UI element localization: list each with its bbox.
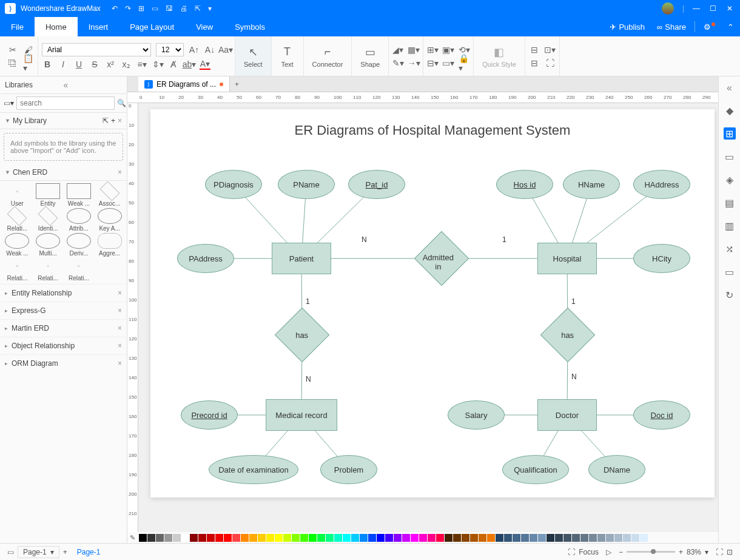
page-props-icon[interactable]: ▤ <box>724 197 736 209</box>
history-icon[interactable]: ↻ <box>724 289 736 301</box>
color-swatch[interactable] <box>631 534 639 542</box>
open-icon[interactable]: ▭ <box>152 4 158 13</box>
category-item[interactable]: ▸Express-G× <box>0 302 127 319</box>
lock-icon[interactable]: 🔒▾ <box>459 58 469 69</box>
play-icon[interactable]: ▷ <box>606 548 611 556</box>
maximize-button[interactable]: ☐ <box>710 4 718 13</box>
color-swatch[interactable] <box>283 534 291 542</box>
add-tab-button[interactable]: + <box>230 80 244 89</box>
color-swatch[interactable] <box>351 534 359 542</box>
attribute[interactable]: PName <box>278 170 335 199</box>
attribute[interactable]: DName <box>588 455 645 484</box>
underline-icon[interactable]: U <box>73 59 84 70</box>
shape-item[interactable]: Multi... <box>33 233 63 257</box>
print-icon[interactable]: 🖨 <box>180 4 187 13</box>
font-select[interactable]: Arial <box>42 43 151 56</box>
attribute[interactable]: Hos id <box>496 170 553 199</box>
color-swatch[interactable] <box>156 534 164 542</box>
shape-item[interactable]: Attrib... <box>64 208 94 232</box>
tab-file[interactable]: File <box>0 17 35 36</box>
color-swatch[interactable] <box>368 534 376 542</box>
color-swatch[interactable] <box>445 534 452 542</box>
color-swatch[interactable] <box>266 534 274 542</box>
grid-icon[interactable]: ⊞ <box>724 127 736 140</box>
shuffle-icon[interactable]: ⤮ <box>724 243 736 255</box>
search-input[interactable] <box>16 96 115 110</box>
shape-item[interactable]: ○Relati... <box>2 258 32 282</box>
shape-item[interactable]: Weak ... <box>2 233 32 257</box>
color-swatch[interactable] <box>504 534 512 542</box>
attribute[interactable]: PAddress <box>177 244 234 273</box>
bullets-icon[interactable]: ≡▾ <box>136 59 147 70</box>
copy-icon[interactable]: ⿻ <box>7 58 18 69</box>
attribute[interactable]: HAddress <box>633 170 690 199</box>
superscript-icon[interactable]: x² <box>105 59 116 70</box>
color-swatch[interactable] <box>300 534 308 542</box>
category-item[interactable]: ▸ORM Diagram× <box>0 354 127 372</box>
export-icon[interactable]: ⇱ <box>195 4 201 13</box>
color-swatch[interactable] <box>309 534 317 542</box>
arrow-icon[interactable]: →▾ <box>408 58 419 69</box>
category-item[interactable]: ▸Entity Relationship× <box>0 284 127 302</box>
tab-symbols[interactable]: Symbols <box>224 17 276 36</box>
highlight-icon[interactable]: ab▾ <box>184 59 195 70</box>
color-swatch[interactable] <box>292 534 300 542</box>
zoom-out-button[interactable]: − <box>619 548 623 556</box>
color-swatch[interactable] <box>207 534 215 542</box>
user-avatar[interactable] <box>662 2 674 15</box>
entity-medrec[interactable]: Medical record <box>266 399 337 431</box>
cut-icon[interactable]: ✂ <box>7 44 18 55</box>
color-swatch[interactable] <box>394 534 402 542</box>
color-swatch[interactable] <box>479 534 486 542</box>
line-icon[interactable]: ✎▾ <box>392 58 403 69</box>
publish-button[interactable]: ✈Publish <box>604 22 651 32</box>
more-icon[interactable]: ▾ <box>208 4 212 13</box>
page-select[interactable]: Page-1 <box>23 548 47 556</box>
color-swatch[interactable] <box>232 534 240 542</box>
shape-item[interactable]: Identi... <box>33 208 63 232</box>
group-icon[interactable]: ▣▾ <box>443 44 454 55</box>
size-select[interactable]: 12 <box>156 43 184 56</box>
outline-icon[interactable]: ▭ <box>7 548 14 556</box>
search-icon[interactable]: 🔍 <box>117 99 126 107</box>
color-swatch[interactable] <box>173 534 181 542</box>
undo-icon[interactable]: ↶ <box>112 4 118 13</box>
relationship-has2[interactable]: has <box>540 308 596 363</box>
page-tab[interactable]: Page-1 <box>71 548 107 556</box>
collapse-sidebar-icon[interactable]: « <box>64 80 123 90</box>
color-swatch[interactable] <box>181 534 189 542</box>
color-swatch[interactable] <box>597 534 605 542</box>
color-swatch[interactable] <box>326 534 334 542</box>
entity-doctor[interactable]: Doctor <box>537 399 597 431</box>
color-swatch[interactable] <box>147 534 155 542</box>
attribute[interactable]: Doc id <box>633 400 690 430</box>
crop-icon[interactable]: ⊡▾ <box>545 44 556 55</box>
color-swatch[interactable] <box>640 534 648 542</box>
attribute[interactable]: Date of examination <box>209 455 298 484</box>
clear-format-icon[interactable]: A̸ <box>168 59 179 70</box>
share-button[interactable]: ∞Share <box>651 22 692 32</box>
category-item[interactable]: ▸Martin ERD× <box>0 319 127 337</box>
color-swatch[interactable] <box>589 534 597 542</box>
zoom-slider[interactable] <box>627 551 675 553</box>
focus-icon[interactable]: ⛶ <box>568 548 575 556</box>
color-swatch[interactable] <box>334 534 342 542</box>
attribute[interactable]: Salary <box>448 400 505 430</box>
shape-item[interactable]: Entity <box>33 183 63 207</box>
color-swatch[interactable] <box>402 534 410 542</box>
connector-tool[interactable]: ⌐Connector <box>308 42 348 70</box>
canvas[interactable]: ER Diagrams of Hospital Management Syste… <box>138 103 718 532</box>
font-color-icon[interactable]: A▾ <box>200 59 210 70</box>
expand-right-icon[interactable]: « <box>727 83 732 93</box>
relationship-admitted[interactable]: Admitted in <box>414 231 469 286</box>
notification-icon[interactable]: ⚙ <box>698 22 721 32</box>
subscript-icon[interactable]: x₂ <box>121 59 132 70</box>
align-icon[interactable]: ⊞▾ <box>427 44 438 55</box>
shape-item[interactable]: ○Relati... <box>33 258 63 282</box>
attribute[interactable]: PDiagnosis <box>205 170 262 199</box>
quick-style[interactable]: ◧Quick Style <box>477 42 521 70</box>
attribute[interactable]: Qualification <box>502 455 569 484</box>
italic-icon[interactable]: I <box>58 59 69 70</box>
pen-icon[interactable]: ✎ <box>130 534 138 542</box>
color-swatch[interactable] <box>419 534 427 542</box>
